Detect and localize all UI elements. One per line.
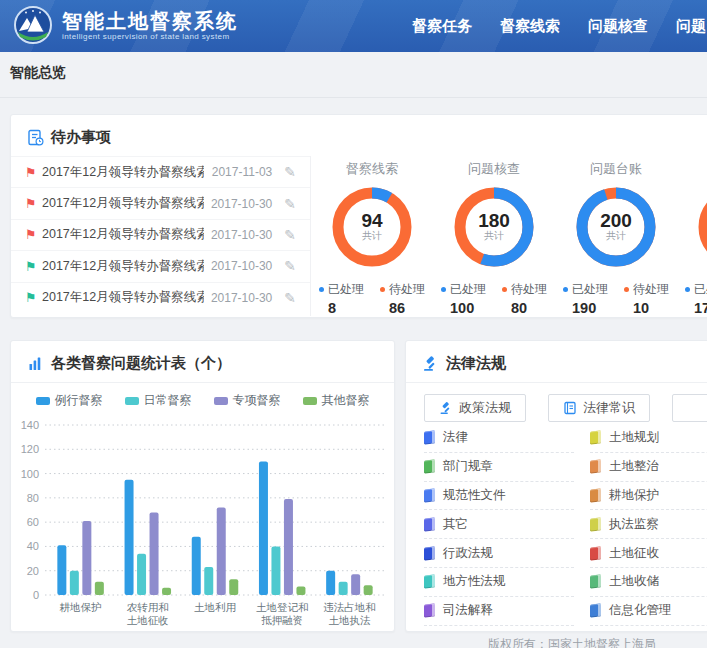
legend-label: 待处理 [511, 281, 547, 298]
legal-item[interactable]: 司法解释 [424, 597, 574, 626]
legal-item[interactable]: 行政法规 [424, 539, 574, 568]
legal-item[interactable]: 耕地保护 [590, 482, 707, 511]
book-icon [563, 401, 577, 415]
donut-legend-item: 待处理80 [502, 281, 547, 316]
bar-legend-item[interactable]: 专项督察 [214, 392, 281, 409]
edit-pencil-icon[interactable]: ✎ [284, 165, 296, 179]
legend-dot-icon [441, 287, 446, 292]
svg-text:200: 200 [600, 210, 632, 231]
bar-专项督察-土地利用[interactable] [217, 508, 226, 595]
bar-legend-item[interactable]: 例行督察 [36, 392, 103, 409]
legal-button-1[interactable]: 法律常识 [548, 394, 650, 422]
nav-item-3[interactable]: 问题台账 [676, 17, 707, 36]
todo-item[interactable]: ⚑2017年12月领导转办督察线索2017-10-30✎ [11, 219, 310, 250]
book-icon [590, 575, 601, 589]
legal-item[interactable]: 其它 [424, 510, 574, 539]
nav-item-1[interactable]: 督察线索 [500, 17, 560, 36]
edit-pencil-icon[interactable]: ✎ [284, 259, 296, 273]
legal-item[interactable]: 土地整治 [590, 453, 707, 482]
bar-其他督察-违法占地和土地执法[interactable] [364, 585, 373, 595]
legal-item-label: 部门规章 [443, 458, 493, 475]
donut-title: 督察线索 [311, 160, 433, 178]
legal-item[interactable]: 信息化管理 [590, 597, 707, 626]
legal-columns: 法律部门规章规范性文件其它行政法规地方性法规司法解释土地规划土地整治耕地保护执法… [424, 424, 707, 626]
book-icon [424, 604, 435, 618]
legal-item[interactable]: 土地规划 [590, 424, 707, 453]
nav-item-2[interactable]: 问题核查 [588, 17, 648, 36]
bar-专项督察-农转用和土地征收[interactable] [150, 512, 159, 595]
bar-日常督察-违法占地和土地执法[interactable] [339, 582, 348, 595]
bar-专项督察-违法占地和土地执法[interactable] [351, 574, 360, 595]
legal-item[interactable]: 执法监察 [590, 510, 707, 539]
bar-日常督察-土地登记和抵押融资[interactable] [271, 546, 280, 595]
legal-button-2[interactable] [672, 394, 707, 422]
nav-item-0[interactable]: 督察任务 [412, 17, 472, 36]
bar-其他督察-耕地保护[interactable] [95, 582, 104, 595]
todo-item[interactable]: ⚑2017年12月领导转办督察线索2017-10-30✎ [11, 187, 310, 218]
legal-item[interactable]: 地方性法规 [424, 568, 574, 597]
legend-value: 86 [380, 300, 425, 316]
svg-text:共计: 共计 [362, 230, 382, 241]
svg-text:土地登记和抵押融资: 土地登记和抵押融资 [256, 601, 309, 626]
bar-chart-card: 各类督察问题统计表（个） 例行督察日常督察专项督察其他督察 0204060801… [10, 340, 395, 632]
bar-专项督察-耕地保护[interactable] [82, 521, 91, 595]
copyright-footer: 版权所有：国家土地督察上海局 [488, 636, 656, 648]
donut-legend: 已处理8待处理86 [311, 281, 433, 316]
donut-legend-item: 已处理190 [563, 281, 608, 316]
svg-text:40: 40 [27, 540, 39, 552]
todo-item[interactable]: ⚑2017年12月领导转办督察线索2017-10-30✎ [11, 282, 310, 313]
legend-swatch-icon [125, 397, 139, 405]
legend-dot-icon [685, 287, 690, 292]
bar-日常督察-耕地保护[interactable] [70, 571, 79, 595]
bar-日常督察-土地利用[interactable] [204, 567, 213, 595]
todo-item-date: 2017-10-30 [204, 197, 272, 211]
book-icon [424, 546, 435, 560]
bar-日常督察-农转用和土地征收[interactable] [137, 554, 146, 595]
bar-其他督察-土地登记和抵押融资[interactable] [296, 587, 305, 596]
bar-chart-header: 各类督察问题统计表（个） [11, 341, 394, 383]
bar-例行督察-土地利用[interactable] [192, 537, 201, 595]
bar-例行督察-农转用和土地征收[interactable] [125, 480, 134, 595]
legal-item-label: 土地收储 [609, 573, 659, 590]
legal-item[interactable]: 部门规章 [424, 453, 574, 482]
todo-item[interactable]: ⚑2017年12月领导转办督察线索2017-10-30✎ [11, 250, 310, 281]
legal-card: 法律法规 政策法规法律常识 法律部门规章规范性文件其它行政法规地方性法规司法解释… [405, 340, 707, 632]
legal-button-0[interactable]: 政策法规 [424, 394, 526, 422]
bar-例行督察-土地登记和抵押融资[interactable] [259, 461, 268, 595]
legal-item[interactable]: 土地征收 [590, 539, 707, 568]
todo-item[interactable]: ⚑2017年12月领导转办督察线索2017-11-03✎ [11, 156, 310, 187]
edit-pencil-icon[interactable]: ✎ [284, 228, 296, 242]
svg-text:140: 140 [21, 419, 39, 431]
legal-item-label: 行政法规 [443, 545, 493, 562]
overview-card: 待办事项 ⚑2017年12月领导转办督察线索2017-11-03✎⚑2017年1… [10, 114, 707, 318]
todo-panel-title: 待办事项 [51, 128, 111, 147]
bar-其他督察-土地利用[interactable] [229, 579, 238, 595]
todo-item-date: 2017-11-03 [204, 165, 272, 179]
legal-item-label: 司法解释 [443, 602, 493, 619]
donut-legend-item: 已处理100 [441, 281, 486, 316]
bar-例行督察-耕地保护[interactable] [57, 545, 66, 595]
todo-item-date: 2017-10-30 [204, 291, 272, 305]
svg-text:100: 100 [21, 468, 39, 480]
legal-item[interactable]: 法律 [424, 424, 574, 453]
bar-其他督察-农转用和土地征收[interactable] [162, 588, 171, 595]
edit-pencil-icon[interactable]: ✎ [284, 291, 296, 305]
edit-pencil-icon[interactable]: ✎ [284, 197, 296, 211]
top-navbar: 智能土地督察系统 intelligent supervision of stat… [0, 0, 707, 52]
bar-legend-label: 其他督察 [322, 392, 370, 409]
logo-emblem-icon [14, 6, 52, 44]
legal-column-1: 法律部门规章规范性文件其它行政法规地方性法规司法解释 [424, 424, 574, 626]
bar-legend-item[interactable]: 其他督察 [303, 392, 370, 409]
bar-legend-item[interactable]: 日常督察 [125, 392, 192, 409]
bar-例行督察-违法占地和土地执法[interactable] [326, 571, 335, 595]
legal-item-label: 土地规划 [609, 429, 659, 446]
donut-legend-item: 待处理86 [380, 281, 425, 316]
donut-ring: 94共计 [326, 181, 418, 273]
legal-item[interactable]: 土地收储 [590, 568, 707, 597]
bar-专项督察-土地登记和抵押融资[interactable] [284, 499, 293, 595]
legal-item[interactable]: 规范性文件 [424, 482, 574, 511]
svg-text:共计: 共计 [606, 230, 626, 241]
legal-column-2: 土地规划土地整治耕地保护执法监察土地征收土地收储信息化管理 [590, 424, 707, 626]
legend-value: 80 [502, 300, 547, 316]
donut-ring: 200共计 [570, 181, 662, 273]
